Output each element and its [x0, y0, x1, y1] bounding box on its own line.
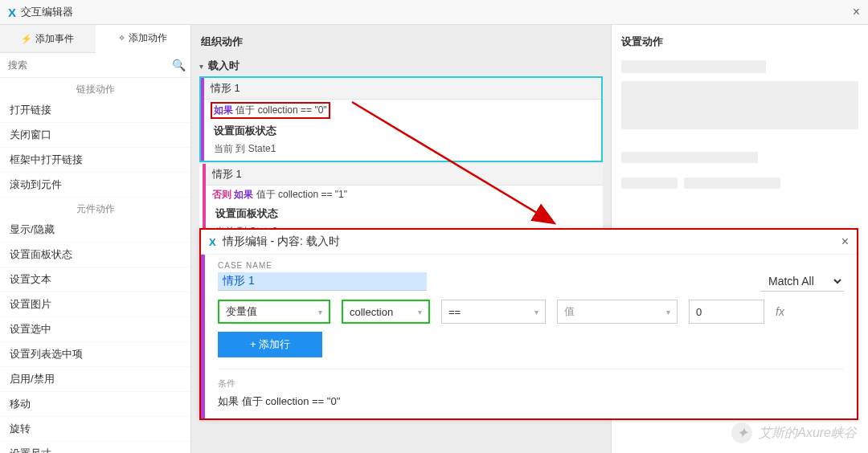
- caret-down-icon: ▾: [199, 62, 203, 71]
- case-2-action: 设置面板状态: [206, 204, 603, 223]
- action-item[interactable]: 设置选中: [0, 317, 190, 342]
- search-icon[interactable]: 🔍: [172, 59, 186, 71]
- action-item[interactable]: 框架中打开链接: [0, 148, 190, 173]
- case-1-action: 设置面板状态: [204, 121, 601, 141]
- case-1-name: 情形 1: [204, 78, 601, 100]
- chevron-down-icon: ▾: [666, 308, 670, 316]
- condition-editor-dialog: X 情形编辑 - 内容: 载入时 × CASE NAME Match All 变…: [199, 228, 858, 420]
- window-title: 交互编辑器: [21, 5, 853, 19]
- case-2-name: 情形 1: [206, 164, 603, 186]
- tab-add-action[interactable]: ✧ 添加动作: [96, 25, 191, 53]
- action-item[interactable]: 设置文本: [0, 267, 190, 292]
- action-item[interactable]: 设置尺寸: [0, 442, 190, 453]
- condition-row: 变量值▾ collection▾ ==▾ 值▾ 0 fx: [218, 300, 844, 324]
- skeleton: [684, 178, 780, 189]
- close-icon[interactable]: ×: [841, 235, 849, 249]
- skeleton: [621, 81, 858, 129]
- cond-target-select[interactable]: collection▾: [342, 300, 430, 324]
- case-name-label: CASE NAME: [218, 261, 844, 270]
- skeleton: [621, 178, 678, 189]
- search-input[interactable]: [5, 56, 172, 74]
- right-header: 设置动作: [621, 35, 858, 49]
- lightning-icon: ⚡: [21, 34, 32, 44]
- case-name-input[interactable]: [218, 272, 427, 291]
- action-item[interactable]: 旋转: [0, 417, 190, 442]
- cond-value-input[interactable]: 0: [689, 300, 764, 324]
- tab-add-action-label: 添加动作: [129, 31, 167, 45]
- section-link-actions: 链接动作: [0, 78, 190, 98]
- action-item[interactable]: 打开链接: [0, 98, 190, 123]
- app-logo-icon: X: [8, 6, 16, 19]
- chevron-down-icon: ▾: [318, 308, 322, 316]
- skeleton: [621, 152, 758, 163]
- action-item[interactable]: 设置面板状态: [0, 243, 190, 267]
- tab-add-event-label: 添加事件: [35, 32, 74, 46]
- action-item[interactable]: 关闭窗口: [0, 123, 190, 148]
- cond-type-select[interactable]: 变量值▾: [218, 300, 330, 324]
- action-item[interactable]: 滚动到元件: [0, 173, 190, 198]
- action-item[interactable]: 设置图片: [0, 292, 190, 317]
- fx-icon[interactable]: fx: [776, 305, 784, 318]
- action-item[interactable]: 显示/隐藏: [0, 218, 190, 243]
- cond-value-type-select[interactable]: 值▾: [557, 300, 678, 324]
- event-onload[interactable]: ▾ 载入时: [199, 55, 603, 76]
- action-item[interactable]: 启用/禁用: [0, 367, 190, 392]
- case-1-sub: 当前 到 State1: [204, 141, 601, 161]
- wand-icon: ✧: [118, 33, 125, 43]
- skeleton: [621, 60, 766, 73]
- close-icon[interactable]: ×: [853, 5, 860, 19]
- watermark: ✦ 艾斯的Axure峡谷: [731, 422, 857, 443]
- summary-text: 如果 值于 collection == "0": [218, 390, 844, 410]
- summary-label: 条件: [218, 369, 844, 390]
- tab-add-event[interactable]: ⚡ 添加事件: [0, 25, 96, 52]
- chevron-down-icon: ▾: [418, 308, 422, 316]
- add-row-button[interactable]: + 添加行: [218, 332, 322, 357]
- action-item[interactable]: 设置列表选中项: [0, 342, 190, 367]
- match-select[interactable]: Match All: [760, 271, 844, 292]
- action-item[interactable]: 移动: [0, 392, 190, 417]
- case-1[interactable]: 情形 1 如果 值于 collection == "0" 设置面板状态 当前 到…: [199, 76, 603, 162]
- section-widget-actions: 元件动作: [0, 198, 190, 218]
- chevron-down-icon: ▾: [534, 308, 538, 316]
- left-panel: ⚡ 添加事件 ✧ 添加动作 🔍 链接动作 打开链接关闭窗口框架中打开链接滚动到元…: [0, 25, 191, 453]
- wechat-icon: ✦: [731, 422, 752, 443]
- app-logo-icon: X: [209, 236, 216, 248]
- cond-operator-select[interactable]: ==▾: [441, 300, 546, 324]
- center-header: 组织动作: [199, 31, 603, 55]
- dialog-title: 情形编辑 - 内容: 载入时: [223, 235, 841, 249]
